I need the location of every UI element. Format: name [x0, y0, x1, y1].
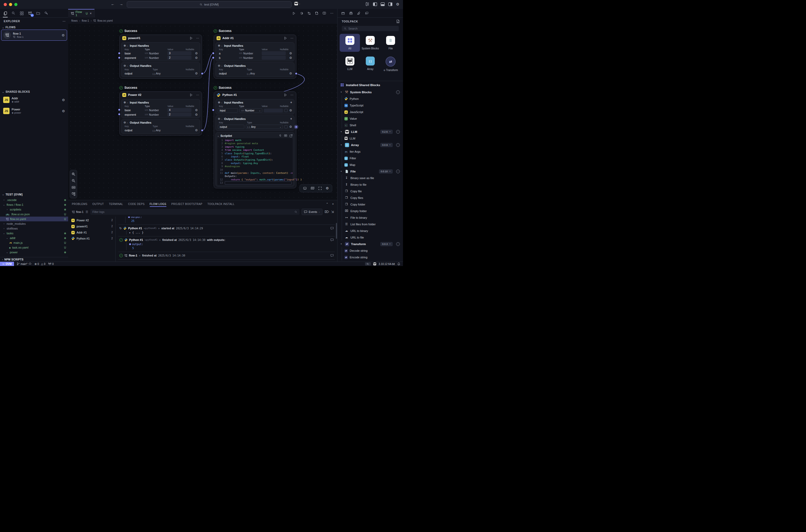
output-type-select[interactable]: {..}Any⌄ [246, 125, 283, 129]
nullable-checkbox[interactable] [284, 109, 288, 112]
tree-item[interactable]: {⚙}.flow.ui.oo.jsonU [0, 212, 68, 216]
gear-icon[interactable]: ⚙ [289, 56, 292, 60]
canvas-settings-icon[interactable]: ⚙ [326, 187, 329, 190]
layout-customize-icon[interactable] [365, 2, 369, 6]
comment-icon[interactable] [330, 238, 334, 242]
node-header[interactable]: JSpower#1⋯ [120, 35, 202, 41]
input-value-field[interactable] [264, 109, 283, 113]
gear-icon[interactable]: ⚙ [289, 52, 292, 55]
filter-logs-input[interactable]: Filter logs [90, 209, 300, 215]
toggle-panel-icon[interactable] [303, 187, 307, 190]
gear-icon[interactable]: ⚙ [61, 33, 65, 37]
gear-icon[interactable]: ⚙ [195, 113, 198, 116]
zoom-in-icon[interactable] [72, 172, 76, 176]
block-item[interactable]: ❐Copy file [338, 188, 403, 194]
panel-tab-output[interactable]: OUTPUT [92, 200, 104, 208]
log-sort-icon[interactable]: ☰ [85, 210, 88, 214]
export-flow-button[interactable] [315, 11, 319, 15]
rerun-button[interactable] [300, 12, 304, 15]
node-run-button[interactable] [190, 93, 193, 97]
block-item[interactable]: ↦File to binary [338, 214, 403, 221]
toolpack-search-input[interactable]: Search [342, 26, 399, 31]
add-input-button[interactable]: + [290, 101, 292, 104]
connection-port[interactable] [118, 109, 120, 111]
block-item[interactable]: >_Shell [338, 122, 403, 128]
connection-port[interactable] [118, 57, 120, 59]
input-value-field[interactable]: 4 [168, 108, 191, 112]
split-editor-button[interactable] [323, 12, 326, 15]
log-node-filter-item[interactable]: JSPower #22 [68, 217, 115, 223]
log-node-filter-item[interactable]: JSpower#12 [68, 223, 115, 229]
version-select[interactable]: 0.2.6▼ [380, 130, 393, 134]
node-more-button[interactable]: ⋯ [196, 36, 199, 40]
block-item[interactable]: ↧Binary to file [338, 181, 403, 188]
bell-icon[interactable] [397, 262, 400, 266]
assistant-cat-button[interactable]: ⌄ [294, 2, 301, 5]
log-scrollbar[interactable] [336, 223, 337, 239]
connection-port[interactable] [201, 73, 203, 75]
ports-status[interactable]: 0 [48, 262, 54, 265]
breadcrumb-item[interactable]: flows [71, 19, 78, 22]
block-group-transform[interactable]: ▾⇄Transform0.0.3▼i [338, 241, 403, 247]
input-type-select[interactable]: 123Number⌄ [239, 108, 262, 113]
tree-item[interactable]: ◈task.oo.yamlU [0, 245, 68, 250]
flow-canvas[interactable]: ⚙ JSpower#1⋯⊕→Input HandlesKeyTypeValueN… [68, 24, 338, 200]
extensions-activity-icon[interactable] [19, 10, 24, 16]
breadcrumb-item[interactable]: flow-1 [82, 19, 89, 22]
input-value-field[interactable]: 2 [168, 113, 191, 116]
block-item[interactable]: ☁URL to binary [338, 227, 403, 234]
node-addr1[interactable]: JSAddr #1⋯⊕→Input HandlesKeyTypeValueNul… [214, 35, 296, 79]
export-logs-button[interactable]: ⇲ [331, 210, 334, 214]
connection-port[interactable] [295, 73, 297, 75]
add-output-button[interactable]: + [290, 117, 292, 121]
scriptlet-code[interactable]: 1import math2#region generated meta3impo… [217, 138, 293, 185]
breadcrumb[interactable]: flows›flow-1›flow.oo.yaml [68, 17, 338, 24]
panel-tab-toolpack-install[interactable]: TOOLPACK INSTALL [207, 200, 234, 208]
toolpack-category-file[interactable]: File [381, 34, 401, 52]
explorer-activity-icon[interactable] [3, 10, 8, 16]
block-item[interactable]: ❐Copy flies [338, 194, 403, 201]
flows-section-header[interactable]: ⌄FLOWS [2, 26, 16, 29]
zoom-out-icon[interactable] [72, 179, 76, 183]
gear-icon[interactable]: ⚙ [195, 56, 198, 60]
node-more-button[interactable]: ⋯ [290, 93, 293, 97]
version-select[interactable]: 0.0.3▼ [380, 242, 393, 246]
block-item[interactable]: [×]Iter Args [338, 148, 403, 155]
gear-icon[interactable]: ⚙ [195, 108, 198, 112]
gear-icon[interactable]: ⚙ [289, 125, 292, 129]
flows-activity-icon[interactable]: 17 [27, 10, 33, 16]
node-more-button[interactable]: ⋯ [290, 36, 293, 40]
tree-item[interactable]: JSmain.jsU [0, 240, 68, 245]
comment-icon[interactable] [330, 227, 334, 230]
block-item[interactable]: ❐Copy folder [338, 201, 403, 208]
log-entry[interactable]: ↻Python #1+python#1»started at2025/6/3 1… [118, 225, 335, 236]
node-header[interactable]: JSAddr #1⋯ [214, 35, 296, 41]
gear-icon[interactable]: ⚙ [62, 98, 65, 102]
connection-port[interactable] [201, 129, 203, 131]
connection-port[interactable] [295, 126, 297, 128]
node-python1[interactable]: Python #1⋯⊕→Input Handles+KeyTypeValueNu… [214, 91, 296, 188]
toggle-left-sidebar-icon[interactable] [373, 2, 377, 6]
block-item[interactable]: [ ]Map [338, 162, 403, 168]
gear-icon[interactable]: ⚙ [195, 128, 198, 132]
npm-scripts-section-header[interactable]: ›NPM SCRIPTS [0, 257, 68, 262]
window-controls[interactable] [4, 3, 17, 6]
block-item[interactable]: ⌧Empty folder [338, 208, 403, 214]
events-dropdown[interactable]: Events ⌄ [302, 209, 323, 215]
tree-item[interactable]: ›node_modules [0, 221, 68, 226]
gear-icon[interactable]: ⚙ [62, 109, 65, 113]
input-key-field[interactable]: input [218, 108, 238, 113]
tree-item[interactable]: ›slotflows [0, 226, 68, 231]
minimap-icon[interactable] [311, 187, 314, 190]
fit-view-icon[interactable] [72, 186, 76, 189]
input-value-field[interactable] [262, 51, 286, 55]
tree-item[interactable]: ⌄tasks [0, 231, 68, 235]
problems-status[interactable]: ⊗0△0 [35, 263, 45, 265]
tree-item[interactable]: ⌄flows / flow-1 [0, 202, 68, 207]
toggle-right-sidebar-icon[interactable] [388, 2, 392, 6]
tree-item[interactable]: ›.vscode [0, 197, 68, 202]
key-activity-icon[interactable] [43, 10, 49, 16]
block-item[interactable]: LLM [338, 135, 403, 141]
toolpack-category-array[interactable]: [ ]Array [360, 54, 380, 74]
settings-gear-icon[interactable]: ⚙ [396, 2, 399, 6]
